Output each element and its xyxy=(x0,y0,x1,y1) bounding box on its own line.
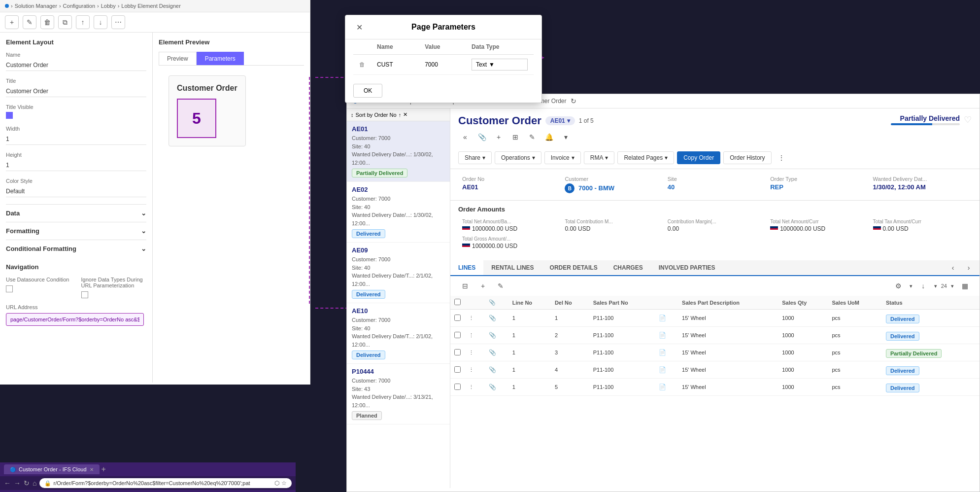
more-button[interactable]: ⋯ xyxy=(111,15,125,29)
row-checkbox[interactable] xyxy=(454,384,461,390)
list-item[interactable]: AE09 Customer: 7000Site: 40Wanted Delive… xyxy=(347,243,450,303)
datatype-select[interactable]: Text ▼ xyxy=(472,59,528,70)
edit-line-icon[interactable]: ✎ xyxy=(494,279,507,293)
breadcrumb-item-3[interactable]: Lobby Element Designer xyxy=(121,3,180,9)
sales-part-no[interactable]: P11-100 xyxy=(589,361,655,379)
url-bar[interactable]: 🔒 r/Order/Form?$orderby=OrderNo%20asc$fi… xyxy=(39,478,292,488)
breadcrumb-item-0[interactable]: Solution Manager xyxy=(15,3,57,9)
site-value[interactable]: 40 xyxy=(668,183,762,191)
tab-charges[interactable]: CHARGES xyxy=(606,260,651,276)
order-history-button[interactable]: Order History xyxy=(723,151,771,164)
sales-uom[interactable]: pcs xyxy=(828,310,882,327)
row-checkbox[interactable] xyxy=(454,366,461,373)
tab-lines[interactable]: LINES xyxy=(450,260,483,276)
breadcrumb-item-2[interactable]: Lobby xyxy=(101,3,116,9)
tab-order-details[interactable]: ORDER DETAILS xyxy=(542,260,606,276)
add-icon[interactable]: + xyxy=(492,130,506,144)
col-del-no[interactable]: Del No xyxy=(551,296,589,310)
height-value[interactable]: 1 xyxy=(6,160,146,171)
col-status[interactable]: Status xyxy=(882,296,980,310)
operations-button[interactable]: Operations ▾ xyxy=(495,151,541,164)
row-checkbox[interactable] xyxy=(454,349,461,355)
sales-uom[interactable]: pcs xyxy=(828,327,882,344)
table-row[interactable]: ⋮ 📎 1 3 P11-100 📄 15' Wheel 1000 pcs Par… xyxy=(450,344,980,361)
bell-icon[interactable]: 🔔 xyxy=(542,130,556,144)
chevron-down-icon[interactable]: ▾ xyxy=(559,130,573,144)
browser-tab[interactable]: 🔵 Customer Order - IFS Cloud ✕ xyxy=(4,464,100,474)
tab-rental-lines[interactable]: RENTAL LINES xyxy=(483,260,541,276)
col-sales-uom[interactable]: Sales UoM xyxy=(828,296,882,310)
export-button[interactable]: ↑ xyxy=(76,15,90,29)
part-doc-icon[interactable]: 📄 xyxy=(659,366,666,373)
col-select-all[interactable] xyxy=(450,296,465,310)
list-item[interactable]: P10444 Customer: 7000Site: 43Wanted Deli… xyxy=(347,364,450,424)
attachment-icon[interactable]: 📎 xyxy=(489,332,496,339)
col-sales-qty[interactable]: Sales Qty xyxy=(778,296,828,310)
grid-icon[interactable]: ⊞ xyxy=(508,130,522,144)
sales-uom[interactable]: pcs xyxy=(828,361,882,379)
related-pages-button[interactable]: Related Pages ▾ xyxy=(617,151,674,164)
browser-reload-button[interactable]: ↻ xyxy=(24,479,30,487)
download-icon[interactable]: ↓ xyxy=(916,279,930,293)
sales-part-no[interactable]: P11-100 xyxy=(589,379,655,396)
title-visible-checkbox[interactable] xyxy=(6,112,13,119)
list-item[interactable]: AE02 Customer: 7000Site: 40Wanted Delive… xyxy=(347,182,450,243)
copy-order-button[interactable]: Copy Order xyxy=(677,151,720,164)
share-button[interactable]: Share ▾ xyxy=(458,151,492,164)
rows-chevron[interactable]: ▾ xyxy=(951,283,954,289)
edit-icon[interactable]: ✎ xyxy=(525,130,539,144)
row-checkbox[interactable] xyxy=(454,332,461,338)
datasource-checkbox[interactable] xyxy=(6,285,13,292)
attachment-icon[interactable]: 📎 xyxy=(489,349,496,356)
delete-row-icon[interactable]: 🗑 xyxy=(359,61,365,68)
data-section[interactable]: Data ⌄ xyxy=(6,204,146,222)
attachment-icon[interactable]: 📎 xyxy=(489,366,496,373)
list-item[interactable]: AE01 Customer: 7000Site: 40Wanted Delive… xyxy=(347,121,450,182)
col-sales-part-no[interactable]: Sales Part No xyxy=(589,296,655,310)
new-tab-button[interactable]: + xyxy=(101,465,106,474)
next-tab-icon[interactable]: › xyxy=(962,261,976,275)
sort-close[interactable]: ✕ xyxy=(403,111,407,118)
prev-tab-icon[interactable]: ‹ xyxy=(946,261,960,275)
part-doc-icon[interactable]: 📄 xyxy=(659,315,666,321)
part-doc-icon[interactable]: 📄 xyxy=(659,384,666,390)
view-toggle-icon[interactable]: ▦ xyxy=(958,279,972,293)
part-doc-icon[interactable]: 📄 xyxy=(659,332,666,339)
browser-back-button[interactable]: ← xyxy=(4,479,11,487)
copy-button[interactable]: ⧉ xyxy=(58,15,72,29)
browser-forward-button[interactable]: → xyxy=(14,479,21,487)
title-value[interactable]: Customer Order xyxy=(6,86,146,97)
table-row[interactable]: ⋮ 📎 1 2 P11-100 📄 15' Wheel 1000 pcs Del… xyxy=(450,327,980,344)
attachment-icon[interactable]: 📎 xyxy=(489,384,496,390)
row-more-icon[interactable]: ⋮ xyxy=(469,315,474,321)
sales-part-no[interactable]: P11-100 xyxy=(589,327,655,344)
col-sales-part-desc[interactable]: Sales Part Description xyxy=(678,296,778,310)
refresh-icon[interactable]: ↻ xyxy=(571,97,576,105)
url-text[interactable]: r/Order/Form?$orderby=OrderNo%20asc$filt… xyxy=(53,480,272,486)
tab-involved-parties[interactable]: INVOLVED PARTIES xyxy=(651,260,723,276)
order-type-value[interactable]: REP xyxy=(770,183,865,191)
add-line-icon[interactable]: + xyxy=(476,279,490,293)
attachment-icon[interactable]: 📎 xyxy=(489,315,496,321)
back-icon[interactable]: « xyxy=(458,130,472,144)
table-row[interactable]: ⋮ 📎 1 4 P11-100 📄 15' Wheel 1000 pcs Del… xyxy=(450,361,980,379)
customer-value[interactable]: B 7000 - BMW xyxy=(565,183,659,193)
url-share-icon[interactable]: ⬡ xyxy=(274,480,279,487)
url-bookmark-icon[interactable]: ☆ xyxy=(281,480,287,487)
download-chevron[interactable]: ▾ xyxy=(934,283,937,289)
name-value[interactable]: Customer Order xyxy=(6,60,146,71)
modal-close-button[interactable]: ✕ xyxy=(353,21,365,33)
row-more-icon[interactable]: ⋮ xyxy=(469,384,474,390)
attachment-icon[interactable]: 📎 xyxy=(475,130,489,144)
formatting-section[interactable]: Formatting ⌄ xyxy=(6,222,146,240)
delete-button[interactable]: 🗑 xyxy=(40,15,54,29)
settings-icon[interactable]: ⚙ xyxy=(892,279,906,293)
table-row[interactable]: ⋮ 📎 1 5 P11-100 📄 15' Wheel 1000 pcs Del… xyxy=(450,379,980,396)
ignore-datatypes-checkbox[interactable] xyxy=(81,291,88,298)
url-input[interactable] xyxy=(6,313,144,326)
col-line-no[interactable]: Line No xyxy=(508,296,551,310)
param-value[interactable]: 7000 xyxy=(419,55,466,75)
sales-part-no[interactable]: P11-100 xyxy=(589,344,655,361)
edit-button[interactable]: ✎ xyxy=(23,15,36,29)
ok-button[interactable]: OK xyxy=(353,84,382,98)
